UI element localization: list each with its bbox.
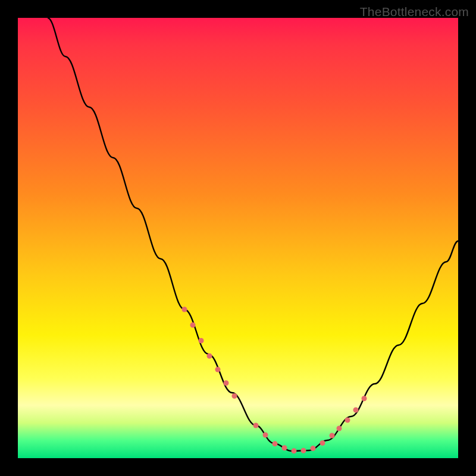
curve-dot — [353, 408, 359, 413]
curve-dot — [362, 396, 367, 401]
curve-dot — [215, 367, 221, 372]
curve-dot — [311, 446, 316, 451]
curve-dot — [337, 426, 342, 431]
curve-dot — [182, 307, 187, 312]
curve-dot — [232, 393, 237, 399]
curve-svg — [18, 18, 458, 458]
curve-dot — [345, 418, 350, 423]
watermark-text: TheBottleneck.com — [360, 5, 469, 19]
bottleneck-curve-path — [48, 18, 458, 451]
curve-dot — [301, 448, 306, 453]
curve-dot — [199, 338, 204, 343]
curve-dot — [224, 380, 229, 386]
curve-dot — [292, 448, 297, 453]
curve-dot — [207, 353, 212, 359]
curve-dot — [263, 433, 268, 438]
curve-dot — [273, 441, 278, 446]
curve-dot — [253, 423, 259, 428]
plot-frame — [18, 18, 458, 458]
curve-dot — [330, 433, 335, 439]
curve-dot — [320, 440, 325, 446]
curve-dot — [190, 322, 196, 328]
dotted-overlay — [182, 307, 367, 454]
curve-dot — [282, 445, 287, 450]
